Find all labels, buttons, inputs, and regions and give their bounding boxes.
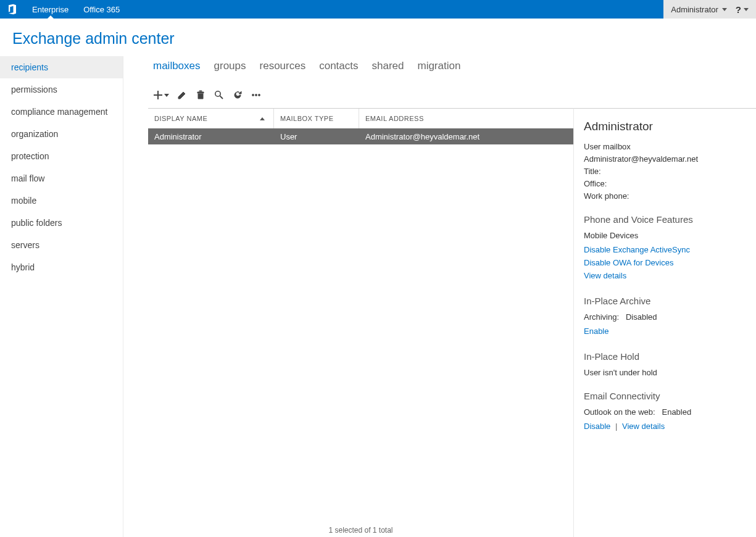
top-bar: Enterprise Office 365 Administrator ? <box>0 0 756 19</box>
table-details-wrap: DISPLAY NAME MAILBOX TYPE EMAIL ADDRESS … <box>148 108 756 537</box>
separator: | <box>615 422 617 431</box>
sort-asc-icon <box>260 117 265 120</box>
tab-contacts[interactable]: contacts <box>319 60 358 72</box>
sidebar-item-mobile[interactable]: mobile <box>0 189 123 212</box>
scroll-spacer <box>584 433 749 457</box>
more-button[interactable] <box>251 90 262 101</box>
page-title: Exchange admin center <box>0 19 756 56</box>
section-phone-voice: Phone and Voice Features <box>584 214 749 225</box>
sidebar-item-publicfolders[interactable]: public folders <box>0 212 123 234</box>
details-email: Administrator@heyvaldemar.net <box>584 154 749 164</box>
sidebar-item-servers[interactable]: servers <box>0 234 123 256</box>
section-email-connectivity: Email Connectivity <box>584 391 749 401</box>
sidebar-item-compliance[interactable]: compliance management <box>0 101 123 123</box>
caret-down-icon <box>722 8 727 11</box>
cell-email: Administrator@heyvaldemar.net <box>359 132 573 141</box>
col-header-label: DISPLAY NAME <box>154 115 207 122</box>
link-enable-archive[interactable]: Enable <box>584 327 609 336</box>
tab-mailboxes[interactable]: mailboxes <box>153 60 201 72</box>
sidebar-item-mailflow[interactable]: mail flow <box>0 167 123 189</box>
hold-status: User isn't under hold <box>584 368 749 377</box>
table-body: Administrator User Administrator@heyvald… <box>148 128 573 521</box>
owa-label: Outlook on the web: <box>584 407 655 417</box>
sidebar-item-permissions[interactable]: permissions <box>0 78 123 101</box>
archiving-label: Archiving: <box>584 312 619 322</box>
details-mailbox-kind: User mailbox <box>584 142 749 151</box>
archiving-row: Archiving: Disabled <box>584 312 749 322</box>
col-mailbox-type[interactable]: MAILBOX TYPE <box>274 109 359 128</box>
edit-button[interactable] <box>177 90 188 101</box>
details-name: Administrator <box>584 120 749 133</box>
mailbox-table: DISPLAY NAME MAILBOX TYPE EMAIL ADDRESS … <box>148 108 573 537</box>
link-disable-owa[interactable]: Disable <box>584 422 610 431</box>
sidebar-item-recipients[interactable]: recipients <box>0 56 123 78</box>
caret-down-icon <box>744 8 749 11</box>
tab-groups[interactable]: groups <box>214 60 246 72</box>
sidebar: recipients permissions compliance manage… <box>0 56 123 537</box>
details-pane: Administrator User mailbox Administrator… <box>573 108 756 537</box>
user-name: Administrator <box>671 5 718 14</box>
link-disable-eas[interactable]: Disable Exchange ActiveSync <box>584 245 690 254</box>
tab-migration[interactable]: migration <box>417 60 460 72</box>
link-disable-owa-devices[interactable]: Disable OWA for Devices <box>584 258 673 267</box>
svg-line-1 <box>220 96 223 99</box>
topbar-tab-office365[interactable]: Office 365 <box>76 0 127 19</box>
help-icon: ? <box>736 4 741 15</box>
col-email-address[interactable]: EMAIL ADDRESS <box>359 109 573 128</box>
main-content: mailboxes groups resources contacts shar… <box>123 56 756 537</box>
delete-button[interactable] <box>195 90 206 101</box>
details-office: Office: <box>584 179 749 188</box>
tab-resources[interactable]: resources <box>260 60 306 72</box>
body-area: recipients permissions compliance manage… <box>0 56 756 537</box>
mobile-devices-label: Mobile Devices <box>584 231 749 240</box>
status-bar: 1 selected of 1 total <box>148 521 573 537</box>
add-button[interactable] <box>153 90 169 100</box>
subtabs: mailboxes groups resources contacts shar… <box>148 56 756 90</box>
user-menu[interactable]: Administrator <box>671 5 727 14</box>
svg-point-0 <box>215 91 220 96</box>
svg-point-4 <box>259 94 260 96</box>
help-button[interactable]: ? <box>736 4 749 15</box>
topbar-right: Administrator ? <box>663 0 756 19</box>
link-view-details-owa[interactable]: View details <box>622 422 665 431</box>
svg-point-2 <box>252 94 254 96</box>
details-title: Title: <box>584 167 749 176</box>
office-logo-icon <box>0 0 25 19</box>
sidebar-item-hybrid[interactable]: hybrid <box>0 256 123 278</box>
table-row[interactable]: Administrator User Administrator@heyvald… <box>148 128 573 144</box>
col-display-name[interactable]: DISPLAY NAME <box>148 109 274 128</box>
link-view-details-mobile[interactable]: View details <box>584 271 626 280</box>
col-header-label: EMAIL ADDRESS <box>365 115 424 122</box>
sidebar-item-protection[interactable]: protection <box>0 145 123 167</box>
search-button[interactable] <box>214 90 225 101</box>
col-header-label: MAILBOX TYPE <box>280 115 334 122</box>
section-inplace-hold: In-Place Hold <box>584 351 749 362</box>
refresh-button[interactable] <box>232 90 243 101</box>
svg-point-3 <box>255 94 257 96</box>
details-workphone: Work phone: <box>584 191 749 201</box>
tab-shared[interactable]: shared <box>372 60 404 72</box>
section-inplace-archive: In-Place Archive <box>584 296 749 306</box>
table-header: DISPLAY NAME MAILBOX TYPE EMAIL ADDRESS <box>148 109 573 128</box>
caret-down-icon <box>164 94 169 97</box>
cell-mailbox-type: User <box>274 132 359 141</box>
topbar-tab-enterprise[interactable]: Enterprise <box>25 0 76 19</box>
archiving-status: Disabled <box>626 312 657 322</box>
owa-status: Enabled <box>662 407 691 417</box>
cell-display-name: Administrator <box>148 132 274 141</box>
toolbar <box>148 90 756 101</box>
owa-row: Outlook on the web: Enabled <box>584 407 749 417</box>
topbar-spacer <box>127 0 663 19</box>
sidebar-item-organization[interactable]: organization <box>0 123 123 145</box>
